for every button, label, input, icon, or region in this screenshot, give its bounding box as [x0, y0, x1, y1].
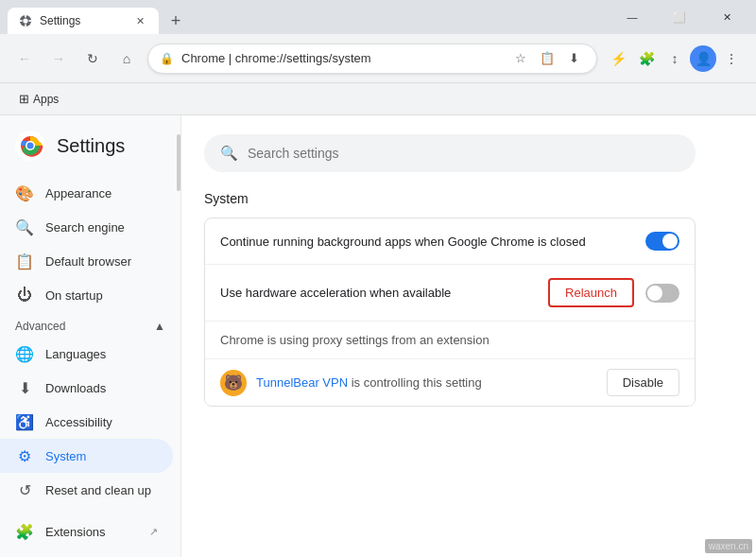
url-lock-icon: 🔒	[160, 52, 174, 65]
system-icon: ⚙	[15, 447, 34, 465]
sidebar-label-appearance: Appearance	[45, 186, 112, 200]
chrome-logo	[15, 131, 45, 161]
performance-icon[interactable]: ⚡	[605, 45, 631, 72]
settings-page-title: Settings	[57, 135, 125, 157]
toggle-knob-2	[647, 286, 662, 301]
search-bar[interactable]: 🔍	[204, 134, 696, 172]
default-browser-icon: 📋	[15, 252, 34, 270]
home-button[interactable]: ⌂	[113, 45, 140, 72]
sidebar-label-languages: Languages	[45, 347, 106, 361]
sidebar-label-on-startup: On startup	[45, 288, 103, 303]
advanced-section-header: Advanced ▲	[0, 312, 180, 337]
sidebar-label-system: System	[45, 449, 86, 463]
svg-rect-5	[29, 20, 32, 22]
minimize-button[interactable]: —	[610, 0, 654, 34]
extensions-icon[interactable]: 🧩	[633, 45, 660, 72]
tunnelbear-row: 🐻 TunnelBear VPN is controlling this set…	[205, 359, 695, 406]
tunnelbear-icon: 🐻	[220, 370, 247, 396]
new-tab-button[interactable]: +	[163, 8, 189, 34]
reload-button[interactable]: ↻	[79, 45, 106, 72]
collapse-icon[interactable]: ▲	[154, 320, 165, 333]
forward-button[interactable]: →	[45, 45, 72, 72]
svg-rect-3	[25, 25, 26, 27]
sidebar-item-appearance[interactable]: 🎨 Appearance	[0, 176, 173, 210]
proxy-row: Chrome is using proxy settings from an e…	[205, 322, 695, 359]
tunnelbear-text: TunnelBear VPN is controlling this setti…	[256, 375, 597, 390]
settings-favicon	[19, 14, 32, 27]
apps-label: Apps	[33, 93, 59, 106]
relaunch-button[interactable]: Relaunch	[548, 278, 634, 307]
avatar-icon[interactable]: 👤	[690, 45, 716, 72]
sidebar-item-system[interactable]: ⚙ System	[0, 439, 173, 473]
settings-card: Continue running background apps when Go…	[204, 218, 696, 407]
sidebar-item-about-chrome[interactable]: ℹ About Chrome	[0, 548, 173, 557]
tab-strip: Settings ✕ +	[8, 0, 610, 34]
search-input[interactable]	[248, 146, 679, 161]
url-actions: ☆ 📋 ⬇	[509, 47, 585, 70]
sidebar-item-search-engine[interactable]: 🔍 Search engine	[0, 210, 173, 244]
background-apps-toggle[interactable]	[645, 232, 679, 251]
menu-icon[interactable]: ⋮	[718, 45, 745, 72]
tunnelbear-link[interactable]: TunnelBear VPN	[256, 375, 348, 390]
external-link-icon: ↗	[149, 526, 158, 538]
svg-point-1	[23, 18, 27, 23]
sidebar-label-default-browser: Default browser	[45, 254, 131, 269]
sidebar-item-downloads[interactable]: ⬇ Downloads	[0, 371, 173, 405]
search-engine-icon: 🔍	[15, 218, 34, 236]
sidebar-item-extensions[interactable]: 🧩 Extensions ↗	[0, 514, 173, 548]
disable-button[interactable]: Disable	[607, 369, 679, 396]
reset-icon: ↺	[15, 481, 34, 499]
setting-row-hardware-acceleration: Use hardware acceleration when available…	[205, 265, 695, 322]
sidebar-label-downloads: Downloads	[45, 381, 106, 395]
sidebar-scrollbar[interactable]	[177, 115, 180, 557]
maximize-button[interactable]: ⬜	[658, 0, 701, 34]
proxy-text: Chrome is using proxy settings from an e…	[220, 333, 679, 347]
download-icon[interactable]: ⬇	[562, 47, 585, 70]
accessibility-icon: ♿	[15, 413, 34, 431]
apps-grid-icon: ⊞	[19, 92, 29, 106]
sidebar-item-reset[interactable]: ↺ Reset and clean up	[0, 473, 173, 507]
hardware-acceleration-toggle[interactable]	[645, 284, 679, 303]
back-button[interactable]: ←	[11, 45, 38, 72]
title-bar: Settings ✕ + — ⬜ ✕	[0, 0, 756, 34]
toggle-knob	[662, 234, 678, 249]
sidebar-item-on-startup[interactable]: ⏻ On startup	[0, 278, 173, 312]
sidebar: Settings 🎨 Appearance 🔍 Search engine 📋 …	[0, 115, 181, 557]
apps-bookmark[interactable]: ⊞ Apps	[11, 88, 66, 110]
bookmark-star-icon[interactable]: ☆	[509, 47, 532, 70]
extensions-sidebar-icon: 🧩	[15, 523, 34, 541]
bookmarks-bar: ⊞ Apps	[0, 83, 756, 115]
sidebar-header: Settings	[0, 123, 180, 176]
toolbar-icons: ⚡ 🧩 ↕ 👤 ⋮	[605, 45, 745, 72]
advanced-label: Advanced	[15, 320, 65, 333]
appearance-icon: 🎨	[15, 184, 34, 202]
svg-point-8	[27, 143, 34, 149]
close-button[interactable]: ✕	[705, 0, 748, 34]
sidebar-label-accessibility: Accessibility	[45, 415, 112, 429]
address-bar: ← → ↻ ⌂ 🔒 Chrome | chrome://settings/sys…	[0, 34, 756, 83]
url-display: Chrome | chrome://settings/system	[181, 51, 502, 65]
setting-row-background-apps: Continue running background apps when Go…	[205, 218, 695, 265]
svg-rect-4	[20, 20, 23, 22]
search-icon: 🔍	[220, 145, 238, 162]
sidebar-label-extensions: Extensions	[45, 525, 106, 539]
history-icon[interactable]: 📋	[536, 47, 558, 70]
sidebar-label-reset: Reset and clean up	[45, 483, 151, 497]
url-bar[interactable]: 🔒 Chrome | chrome://settings/system ☆ 📋 …	[147, 44, 597, 74]
section-title: System	[204, 191, 733, 206]
sidebar-item-default-browser[interactable]: 📋 Default browser	[0, 244, 173, 278]
tunnelbear-suffix: is controlling this setting	[348, 375, 482, 390]
sidebar-label-search-engine: Search engine	[45, 220, 125, 235]
window-controls: — ⬜ ✕	[610, 0, 748, 34]
scrollbar-thumb	[177, 134, 180, 191]
content-area: 🔍 System Continue running background app…	[181, 115, 756, 557]
languages-icon: 🌐	[15, 345, 34, 363]
tab-title: Settings	[40, 14, 125, 27]
sidebar-item-accessibility[interactable]: ♿ Accessibility	[0, 405, 173, 439]
svg-rect-2	[25, 15, 26, 18]
active-tab[interactable]: Settings ✕	[8, 8, 159, 34]
sync-icon[interactable]: ↕	[662, 45, 688, 72]
downloads-icon: ⬇	[15, 379, 34, 397]
sidebar-item-languages[interactable]: 🌐 Languages	[0, 337, 173, 371]
tab-close-button[interactable]: ✕	[132, 13, 147, 28]
